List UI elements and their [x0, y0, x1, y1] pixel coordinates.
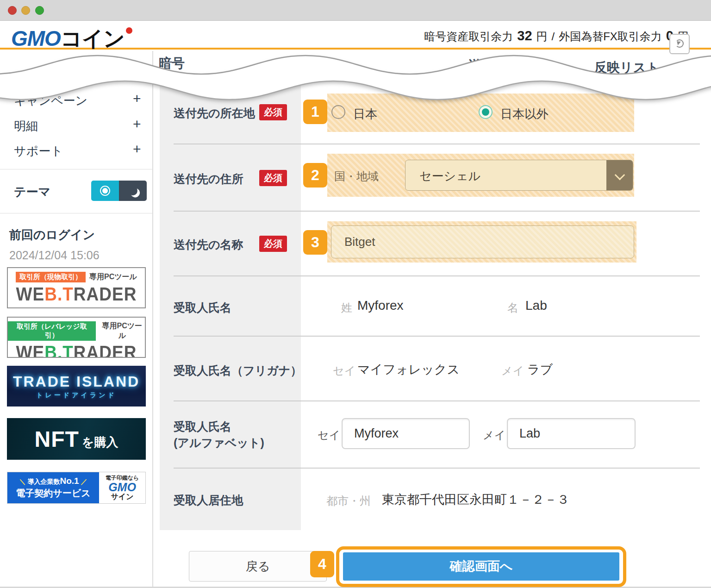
window-titlebar: [0, 0, 711, 21]
plus-icon: +: [133, 91, 141, 106]
city-state-label: 都市・州: [326, 494, 371, 508]
torn-tab-reflect-list: 反映リスト: [594, 59, 660, 76]
app-header: GMOコイン 暗号資産取引余力 32 円 / 外国為替FX取引余力 0 円: [0, 21, 711, 50]
gmo-coin-logo[interactable]: GMOコイン: [11, 25, 125, 53]
recipient-first-name-kana: ラブ: [527, 361, 553, 378]
row-divider: [174, 275, 700, 276]
webtrader-suffix: 専用PCツール: [100, 321, 145, 341]
nft-title: NFT: [35, 426, 79, 452]
crypto-balance-value: 32: [517, 28, 532, 44]
webtrader-logo: WEB.TRADER: [8, 283, 145, 305]
row7-label: 受取人居住地: [174, 493, 243, 508]
logo-coin-text: コイン: [61, 26, 125, 50]
sun-icon: [102, 188, 108, 194]
trade-island-subtitle: トレードアイランド: [7, 391, 146, 400]
banner-webtrader-spot[interactable]: 取引所（現物取引） 専用PCツール WEB.TRADER: [7, 267, 146, 308]
theme-label: テーマ: [14, 184, 50, 200]
row1-label: 送付先の所在地: [174, 106, 255, 121]
first-name-alphabet-input[interactable]: [507, 418, 636, 449]
radio-outside-japan[interactable]: [479, 105, 493, 119]
step-1-badge: 1: [303, 100, 327, 124]
country-select-value: セーシェル: [419, 168, 480, 184]
required-badge: 必須: [259, 170, 287, 186]
row-divider: [174, 144, 700, 144]
moon-icon: [127, 185, 138, 196]
minimize-window-icon[interactable]: [21, 6, 30, 15]
radio-outside-japan-label[interactable]: 日本以外: [500, 106, 549, 122]
fx-balance-label: 外国為替FX取引余力: [559, 29, 662, 44]
webtrader-logo: WEB.TRADER: [8, 342, 145, 358]
sei-alphabet-label: セイ: [318, 428, 340, 443]
row4-label: 受取人氏名: [174, 300, 231, 315]
close-window-icon[interactable]: [8, 6, 17, 15]
refresh-icon: [675, 39, 684, 48]
gmo-sign-left: ＼ 導入企業数No.1 ／ 電子契約サービス: [7, 472, 99, 503]
sidebar-item-label: 明細: [14, 118, 38, 134]
sidebar-item-campaign[interactable]: キャンペーン +: [0, 93, 153, 118]
theme-toggle[interactable]: [91, 181, 147, 201]
recipient-last-name: Myforex: [357, 298, 404, 313]
row5-label: 受取人氏名（フリガナ）: [174, 363, 302, 378]
mei-kana-label: メイ: [501, 363, 524, 378]
recipient-address-value: 東京都千代田区永田町１－２－３: [382, 491, 569, 508]
row-divider: [174, 336, 700, 337]
sidebar-item-label: キャンペーン: [14, 93, 87, 109]
sidebar-divider: [0, 213, 153, 213]
banner-webtrader-leverage[interactable]: 取引所（レバレッジ取引） 専用PCツール WEB.TRADER: [7, 317, 146, 358]
last-login-datetime: 2024/12/04 15:06: [9, 249, 100, 262]
step-3-badge: 3: [303, 230, 327, 255]
maximize-window-icon[interactable]: [35, 6, 44, 15]
mei-alphabet-label: メイ: [483, 428, 505, 443]
row2-label: 送付先の住所: [174, 171, 243, 187]
row6-label-line2: (アルファベット): [174, 435, 264, 450]
country-select[interactable]: セーシェル: [405, 160, 633, 191]
sidebar-divider: [0, 169, 153, 169]
sidebar-item-details[interactable]: 明細 +: [0, 118, 153, 143]
banner-gmo-sign[interactable]: ＼ 導入企業数No.1 ／ 電子契約サービス 電子印鑑なら GMO サイン: [7, 472, 146, 504]
sei-kanji-label: 姓: [341, 300, 352, 315]
row6-label-line1: 受取人氏名: [174, 419, 231, 434]
webtrader-leverage-tag: 取引所（レバレッジ取引）: [8, 321, 96, 341]
light-theme-button[interactable]: [91, 181, 119, 201]
logo-red-dot: [126, 27, 132, 34]
sidebar-item-label: サポート: [14, 143, 63, 159]
destination-name-input[interactable]: [331, 225, 634, 258]
step-2-badge: 2: [303, 163, 327, 188]
required-badge: 必須: [259, 236, 287, 252]
radio-japan[interactable]: [331, 105, 345, 119]
row-divider: [174, 400, 700, 401]
refresh-balance-button[interactable]: [669, 34, 690, 54]
banner-trade-island[interactable]: TRADE ISLAND トレードアイランド: [7, 366, 146, 407]
nft-suffix: を購入: [82, 434, 118, 450]
mei-kanji-label: 名: [507, 300, 518, 315]
plus-icon: +: [133, 116, 141, 132]
banner-nft[interactable]: NFT を購入: [7, 418, 146, 460]
back-button[interactable]: 戻る: [189, 551, 327, 582]
torn-tab-crypto: 暗号: [159, 55, 185, 72]
row-divider: [174, 211, 700, 212]
last-name-alphabet-input[interactable]: [342, 418, 470, 449]
row-divider: [174, 468, 700, 469]
required-badge: 必須: [259, 104, 287, 120]
gmo-coin-send-form-page: GMOコイン 暗号資産取引余力 32 円 / 外国為替FX取引余力 0 円 暗号…: [0, 0, 711, 588]
plus-icon: +: [133, 141, 141, 157]
torn-tab-send: 送付: [468, 56, 494, 74]
trade-island-title: TRADE ISLAND: [7, 373, 146, 390]
sidebar-item-support[interactable]: サポート +: [0, 143, 153, 168]
webtrader-spot-tag: 取引所（現物取引）: [16, 272, 86, 282]
balance-separator: /: [552, 30, 555, 43]
recipient-first-name: Lab: [525, 298, 547, 313]
country-region-label: 国・地域: [334, 169, 379, 184]
gmo-sign-right: 電子印鑑なら GMO サイン: [99, 472, 145, 503]
account-balances: 暗号資産取引余力 32 円 / 外国為替FX取引余力 0 円: [424, 28, 689, 44]
crypto-balance-label: 暗号資産取引余力: [424, 29, 513, 44]
row3-label: 送付先の名称: [174, 237, 243, 252]
recipient-last-name-kana: マイフォレックス: [357, 361, 460, 378]
sei-kana-label: セイ: [333, 363, 356, 378]
webtrader-suffix: 専用PCツール: [89, 272, 137, 282]
radio-japan-label[interactable]: 日本: [353, 106, 377, 122]
chevron-down-icon: [606, 160, 633, 190]
last-login-label: 前回のログイン: [9, 227, 95, 243]
dark-theme-button[interactable]: [119, 181, 147, 201]
confirm-screen-button[interactable]: 確認画面へ: [343, 552, 619, 581]
